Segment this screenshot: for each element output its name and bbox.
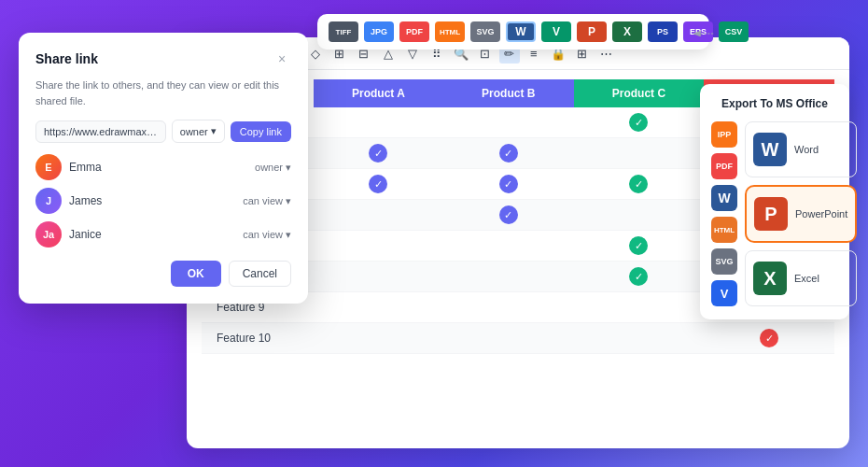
powerpoint-label: PowerPoint (795, 208, 847, 219)
cell: ✓ (704, 323, 834, 354)
avatar-initials-emma: E (35, 154, 62, 180)
ok-button[interactable]: OK (171, 261, 221, 287)
cell (314, 231, 443, 262)
check-icon: ✓ (629, 236, 648, 255)
csv-icon[interactable]: CSV (719, 21, 749, 42)
word-side-icon[interactable]: W (711, 185, 737, 211)
jpg-icon[interactable]: JPG (364, 21, 394, 42)
excel-label: Excel (794, 273, 819, 284)
user-info-emma: E Emma (35, 154, 102, 180)
check-icon: ✓ (760, 329, 778, 347)
check-icon: ✓ (499, 144, 518, 163)
user-permission-janice[interactable]: can view ▾ (243, 229, 291, 241)
user-permission-james[interactable]: can view ▾ (243, 195, 291, 207)
permission-arrow: ▾ (211, 125, 217, 137)
ipp-icon[interactable]: IPP (711, 121, 737, 148)
ppt-toolbar-icon[interactable]: P (577, 21, 607, 42)
avatar-emma: E (35, 154, 62, 180)
cell (314, 292, 443, 323)
cell: ✓ (443, 200, 574, 231)
word-label: Word (794, 144, 819, 155)
check-icon: ✓ (629, 113, 648, 132)
cell (574, 292, 705, 323)
user-permission-emma[interactable]: owner ▾ (255, 162, 291, 174)
check-icon: ✓ (369, 175, 387, 193)
word-icon: W (753, 133, 787, 166)
avatar-james: J (35, 188, 62, 214)
cell (574, 323, 705, 354)
excel-toolbar-icon[interactable]: X (612, 21, 642, 42)
export-powerpoint-item[interactable]: P PowerPoint (745, 185, 857, 243)
export-excel-item[interactable]: X Excel (745, 250, 857, 306)
export-panel-title: Export To MS Office (711, 97, 838, 110)
dialog-header: Share link × (35, 50, 291, 68)
html-side-icon[interactable]: HTML (711, 217, 737, 243)
dialog-close-button[interactable]: × (273, 50, 291, 68)
ps-icon[interactable]: PS (648, 21, 678, 42)
cell (314, 107, 443, 138)
cell (574, 138, 705, 169)
user-info-janice: Ja Janice (35, 221, 102, 248)
cell (574, 200, 705, 231)
copy-link-button[interactable]: Copy link (231, 121, 291, 142)
check-icon: ✓ (499, 205, 518, 224)
word-toolbar-icon[interactable]: W (506, 21, 536, 42)
cell (443, 292, 574, 323)
pdf-icon[interactable]: PDF (399, 21, 429, 42)
permission-chevron-james: ▾ (286, 195, 291, 207)
cell: ✓ (574, 231, 705, 262)
cell (314, 323, 443, 354)
dialog-description: Share the link to others, and they can v… (35, 78, 291, 108)
user-row-emma: E Emma owner ▾ (35, 154, 291, 180)
avatar-initials-janice: Ja (35, 221, 62, 248)
link-row: https://www.edrawmax.com/online/fil owne… (35, 120, 291, 143)
permission-label: owner (180, 126, 208, 137)
cell (314, 262, 443, 292)
cell: ✓ (574, 262, 705, 292)
dialog-title: Share link (35, 51, 98, 66)
check-icon: ✓ (629, 267, 648, 286)
col-a-header: Product A (314, 79, 443, 107)
cell (314, 200, 443, 231)
check-icon: ✓ (629, 175, 648, 193)
check-icon: ✓ (369, 144, 387, 163)
visio-icon[interactable]: V (541, 21, 571, 42)
cell: ✓ (314, 138, 443, 169)
excel-icon: X (753, 262, 787, 295)
arrow-indicator (689, 24, 717, 43)
cell: ✓ (443, 138, 574, 169)
html-icon[interactable]: HTML (435, 21, 465, 42)
link-input[interactable]: https://www.edrawmax.com/online/fil (35, 120, 166, 143)
table-row: Feature 10 ✓ (202, 323, 834, 354)
cell: ✓ (574, 107, 705, 138)
export-panel: Export To MS Office IPP PDF W HTML SVG V… (700, 84, 849, 319)
feature-name: Feature 10 (202, 323, 314, 354)
tiff-icon[interactable]: TIFF (329, 21, 358, 42)
permission-chevron-janice: ▾ (286, 229, 291, 241)
cell (443, 323, 574, 354)
username-james: James (69, 194, 102, 207)
user-row-janice: Ja Janice can view ▾ (35, 221, 291, 248)
visio-side-icon[interactable]: V (711, 280, 737, 306)
link-permission-selector[interactable]: owner ▾ (172, 120, 225, 143)
permission-text-janice: can view (243, 229, 283, 240)
cell: ✓ (574, 169, 705, 200)
user-row-james: J James can view ▾ (35, 188, 291, 214)
cancel-button[interactable]: Cancel (229, 261, 291, 287)
dialog-actions: OK Cancel (35, 261, 291, 287)
col-c-header: Product C (574, 79, 705, 107)
username-emma: Emma (69, 161, 102, 174)
col-b-header: Product B (443, 79, 574, 107)
svg-side-icon[interactable]: SVG (711, 248, 737, 275)
share-dialog: Share link × Share the link to others, a… (19, 33, 308, 304)
permission-text-emma: owner (255, 162, 283, 173)
cell (443, 231, 574, 262)
user-list: E Emma owner ▾ J James can view ▾ (35, 154, 291, 248)
cell: ✓ (443, 169, 574, 200)
avatar-initials-james: J (35, 188, 62, 214)
pdf-side-icon[interactable]: PDF (711, 153, 737, 179)
cell (443, 107, 574, 138)
username-janice: Janice (69, 228, 102, 241)
svg-icon[interactable]: SVG (470, 21, 500, 42)
export-word-item[interactable]: W Word (745, 121, 857, 177)
